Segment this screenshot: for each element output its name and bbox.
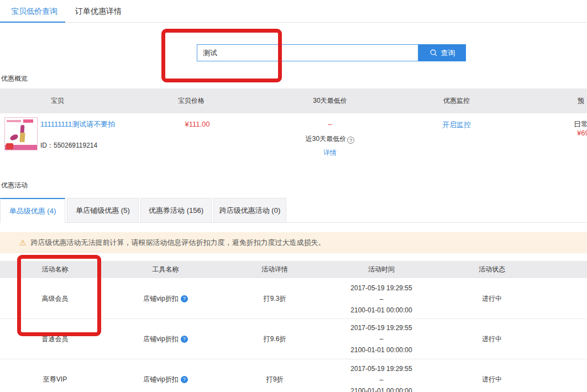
search-input[interactable] — [197, 44, 418, 61]
activity-status: 进行中 — [437, 319, 547, 359]
activity-col-name: 活动名称 — [0, 261, 110, 278]
activity-name: 普通会员 — [0, 319, 110, 359]
activity-section-title: 优惠活动 — [1, 181, 28, 190]
tab-cross-shop-activity[interactable]: 跨店级优惠活动 (0) — [213, 198, 286, 223]
time-start: 2017-05-19 19:29:55 — [350, 283, 412, 294]
page-tabbar: 宝贝低价查询 订单优惠详情 — [0, 0, 587, 23]
activity-col-status: 活动状态 — [437, 261, 547, 278]
search-icon — [429, 49, 438, 57]
tool-help-icon[interactable]: ? — [181, 336, 188, 343]
search-button[interactable]: 查询 — [418, 44, 466, 61]
product-id: ID：550269119214 — [40, 141, 97, 150]
time-end: 2100-01-01 00:00:00 — [350, 305, 412, 316]
overview-table-header: 宝贝 宝贝价格 30天最低价 优惠监控 预 — [0, 88, 587, 113]
help-icon[interactable]: ? — [347, 137, 354, 144]
activity-tool: 店铺vip折扣 ? — [111, 319, 221, 359]
tab-order-discount-detail[interactable]: 订单优惠详情 — [75, 0, 122, 23]
product-image-logo-deco — [6, 143, 13, 149]
preheat-price: ¥69 — [577, 129, 587, 137]
activity-name: 至尊VIP — [0, 359, 110, 392]
activity-tool-label: 店铺vip折扣 — [143, 294, 178, 304]
warning-banner: ⚠ 跨店级优惠活动无法提前计算，请根据活动信息评估折扣力度，避免折扣力度过大造成… — [0, 232, 587, 253]
low30-label: 近30天最低价? — [275, 134, 385, 144]
overview-col-product: 宝贝 — [0, 88, 115, 113]
activity-detail: 打9折 — [218, 359, 331, 392]
lipstick-smear-deco — [9, 133, 19, 141]
product-price: ¥111.00 — [153, 120, 242, 128]
warning-text: 跨店级优惠活动无法提前计算，请根据活动信息评估折扣力度，避免折扣力度过大造成损失… — [31, 238, 326, 248]
product-image[interactable] — [4, 117, 38, 150]
warning-icon: ⚠ — [19, 238, 27, 247]
activity-status: 进行中 — [437, 279, 547, 318]
table-row: 高级会员 店铺vip折扣 ? 打9.3折 2017-05-19 19:29:55… — [0, 279, 587, 319]
time-start: 2017-05-19 19:29:55 — [350, 363, 412, 374]
activity-time: 2017-05-19 19:29:55 – 2100-01-01 00:00:0… — [326, 359, 437, 392]
tab-baby-low-price-query[interactable]: 宝贝低价查询 — [11, 0, 57, 23]
activity-detail: 打9.6折 — [218, 319, 331, 359]
time-end: 2100-01-01 00:00:00 — [350, 344, 412, 356]
activity-tool-label: 店铺vip折扣 — [143, 334, 178, 344]
tool-help-icon[interactable]: ? — [181, 295, 188, 302]
tab-item-level-discount[interactable]: 单品级优惠 (4) — [0, 198, 65, 223]
lipstick-base-deco — [19, 133, 25, 143]
start-monitor-link[interactable]: 开启监控 — [401, 120, 512, 130]
activity-time: 2017-05-19 19:29:55 – 2100-01-01 00:00:0… — [326, 279, 437, 318]
low30-value: – — [275, 120, 385, 128]
table-row: 普通会员 店铺vip折扣 ? 打9.6折 2017-05-19 19:29:55… — [0, 319, 587, 359]
table-row: 至尊VIP 店铺vip折扣 ? 打9折 2017-05-19 19:29:55 … — [0, 359, 587, 392]
tab-shop-level-discount[interactable]: 单店铺级优惠 (5) — [67, 198, 139, 223]
product-image-text-deco — [7, 120, 21, 122]
active-tab-underline — [0, 22, 65, 23]
time-end: 2100-01-01 00:00:00 — [350, 385, 412, 392]
preheat-type-label: 日常 — [574, 119, 587, 129]
product-image-tag-deco — [23, 119, 33, 123]
time-start: 2017-05-19 19:29:55 — [350, 322, 412, 333]
overview-col-preheat-truncated: 预 — [578, 88, 587, 113]
search-button-label: 查询 — [441, 48, 455, 58]
overview-col-30day-low: 30天最低价 — [275, 88, 385, 113]
overview-section-title: 优惠概览 — [1, 74, 28, 83]
activity-tool: 店铺vip折扣 ? — [111, 359, 221, 392]
product-title-link[interactable]: 111111111测试请不要拍 — [40, 119, 115, 129]
activity-detail: 打9.3折 — [218, 279, 331, 318]
tool-help-icon[interactable]: ? — [181, 376, 188, 383]
time-separator: – — [380, 374, 384, 385]
activity-status: 进行中 — [437, 359, 547, 392]
activity-col-detail: 活动详情 — [218, 261, 331, 278]
activity-time: 2017-05-19 19:29:55 – 2100-01-01 00:00:0… — [326, 319, 437, 359]
low30-label-text: 近30天最低价 — [306, 135, 346, 143]
page: 宝贝低价查询 订单优惠详情 查询 优惠概览 宝贝 宝贝价格 30天最低价 优惠监… — [0, 0, 587, 392]
overview-col-monitor: 优惠监控 — [401, 88, 512, 113]
overview-col-price: 宝贝价格 — [136, 88, 247, 113]
activity-col-time: 活动时间 — [326, 261, 437, 278]
time-separator: – — [380, 333, 384, 344]
low30-detail-link[interactable]: 详情 — [275, 148, 385, 158]
tab-coupon-activity[interactable]: 优惠券活动 (156) — [140, 198, 212, 223]
activity-tool: 店铺vip折扣 ? — [111, 279, 221, 318]
activity-col-tool: 工具名称 — [111, 261, 221, 278]
activity-tool-label: 店铺vip折扣 — [143, 375, 178, 384]
activity-table-header: 活动名称 工具名称 活动详情 活动时间 活动状态 — [0, 261, 587, 278]
time-separator: – — [380, 294, 384, 305]
activity-name: 高级会员 — [0, 279, 110, 318]
